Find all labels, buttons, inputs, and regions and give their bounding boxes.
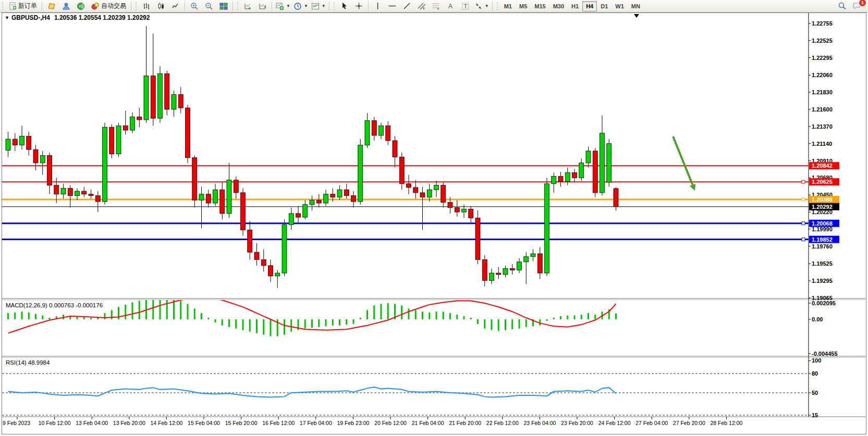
candlestick-mode-button[interactable] bbox=[154, 1, 168, 12]
cursor-tool-button[interactable] bbox=[337, 1, 352, 12]
candle[interactable] bbox=[316, 200, 321, 203]
candle[interactable] bbox=[413, 188, 418, 193]
search-button[interactable] bbox=[835, 1, 849, 12]
indicators-button[interactable]: ▼ bbox=[274, 1, 292, 12]
candle[interactable] bbox=[579, 163, 584, 178]
timeframe-mn-button[interactable]: MN bbox=[628, 1, 644, 11]
candle[interactable] bbox=[27, 136, 31, 150]
candle[interactable] bbox=[517, 262, 522, 270]
candle[interactable] bbox=[89, 194, 93, 196]
horizontal-line-tool-button[interactable] bbox=[385, 1, 400, 12]
toolbar-grip[interactable] bbox=[1, 2, 5, 10]
candle[interactable] bbox=[565, 172, 570, 181]
candle[interactable] bbox=[109, 127, 114, 154]
candle[interactable] bbox=[261, 259, 266, 265]
candle[interactable] bbox=[61, 188, 66, 194]
trendline-tool-button[interactable] bbox=[400, 1, 414, 12]
candle[interactable] bbox=[372, 120, 376, 135]
candle[interactable] bbox=[524, 257, 529, 262]
candle[interactable] bbox=[572, 172, 577, 178]
timeframe-m30-button[interactable]: M30 bbox=[549, 1, 568, 11]
candle[interactable] bbox=[172, 94, 176, 109]
candle[interactable] bbox=[427, 190, 432, 197]
timeframe-h4-button[interactable]: H4 bbox=[582, 1, 597, 11]
candle[interactable] bbox=[289, 214, 294, 225]
candle[interactable] bbox=[137, 117, 142, 120]
candle[interactable] bbox=[75, 191, 80, 196]
candle[interactable] bbox=[469, 209, 473, 218]
candle[interactable] bbox=[490, 273, 494, 280]
candle[interactable] bbox=[434, 185, 439, 190]
crosshair-tool-button[interactable] bbox=[352, 1, 366, 12]
periods-button[interactable]: ▼ bbox=[292, 1, 310, 12]
price-chart-canvas[interactable]: 1.227551.225251.222951.220601.218301.216… bbox=[2, 13, 866, 434]
candle[interactable] bbox=[20, 136, 25, 145]
candle[interactable] bbox=[213, 190, 218, 203]
market-watch-button[interactable] bbox=[44, 1, 59, 12]
candle[interactable] bbox=[455, 207, 459, 212]
candle[interactable] bbox=[227, 180, 231, 214]
candle[interactable] bbox=[248, 230, 252, 252]
signals-button[interactable] bbox=[74, 1, 88, 12]
candle[interactable] bbox=[614, 189, 618, 207]
candle[interactable] bbox=[158, 73, 163, 118]
candle[interactable] bbox=[386, 126, 390, 141]
candle[interactable] bbox=[496, 273, 501, 275]
candle[interactable] bbox=[275, 273, 280, 276]
candle[interactable] bbox=[186, 108, 190, 158]
candle[interactable] bbox=[103, 127, 107, 202]
line-handle[interactable] bbox=[802, 180, 805, 183]
line-handle[interactable] bbox=[802, 238, 805, 241]
candle[interactable] bbox=[510, 269, 515, 270]
candle[interactable] bbox=[33, 150, 38, 163]
collapse-triangle-icon[interactable]: ▼ bbox=[5, 15, 9, 20]
candle[interactable] bbox=[116, 126, 121, 154]
timeframe-m5-button[interactable]: M5 bbox=[516, 1, 531, 11]
channel-tool-button[interactable]: E bbox=[414, 1, 429, 12]
fibonacci-tool-button[interactable]: F bbox=[429, 1, 444, 12]
new-order-button[interactable]: 新订单 bbox=[6, 1, 40, 12]
candle[interactable] bbox=[6, 139, 10, 150]
accounts-button[interactable] bbox=[59, 1, 74, 12]
candle[interactable] bbox=[448, 202, 453, 207]
candle[interactable] bbox=[545, 184, 549, 273]
candle[interactable] bbox=[552, 176, 556, 183]
candle[interactable] bbox=[303, 205, 308, 217]
candle[interactable] bbox=[206, 194, 211, 203]
candle[interactable] bbox=[123, 126, 128, 130]
candle[interactable] bbox=[607, 144, 612, 182]
candle[interactable] bbox=[462, 209, 467, 212]
candle[interactable] bbox=[407, 184, 411, 188]
candle[interactable] bbox=[482, 259, 487, 280]
candle[interactable] bbox=[365, 120, 370, 145]
candle[interactable] bbox=[192, 158, 197, 200]
candle[interactable] bbox=[268, 266, 273, 276]
candle[interactable] bbox=[165, 73, 169, 109]
candle[interactable] bbox=[393, 141, 397, 157]
line-handle[interactable] bbox=[802, 222, 805, 225]
chart-window[interactable]: 1.227551.225251.222951.220601.218301.216… bbox=[2, 13, 866, 434]
candle[interactable] bbox=[379, 126, 384, 135]
candle[interactable] bbox=[351, 196, 356, 202]
candle[interactable] bbox=[144, 76, 149, 120]
chart-shift-button[interactable] bbox=[255, 1, 270, 12]
timeframe-h1-button[interactable]: H1 bbox=[568, 1, 582, 11]
candle[interactable] bbox=[234, 180, 238, 193]
timeframe-d1-button[interactable]: D1 bbox=[597, 1, 612, 11]
toolbar-grip[interactable] bbox=[236, 2, 240, 10]
timeframe-w1-button[interactable]: W1 bbox=[612, 1, 628, 11]
text-tool-button[interactable]: A bbox=[444, 1, 458, 12]
tile-windows-button[interactable] bbox=[216, 1, 231, 12]
templates-button[interactable]: ▼ bbox=[310, 1, 327, 12]
label-tool-button[interactable]: T bbox=[458, 1, 473, 12]
candle[interactable] bbox=[399, 157, 404, 183]
candle[interactable] bbox=[586, 151, 591, 163]
candle[interactable] bbox=[47, 156, 52, 185]
candle[interactable] bbox=[151, 76, 155, 118]
toolbar-grip[interactable] bbox=[496, 2, 499, 10]
toolbar-grip[interactable] bbox=[135, 2, 138, 10]
auto-trading-button[interactable]: 自动交易 bbox=[88, 1, 129, 12]
candle[interactable] bbox=[130, 117, 135, 130]
candle[interactable] bbox=[324, 194, 328, 203]
candle[interactable] bbox=[310, 200, 314, 205]
